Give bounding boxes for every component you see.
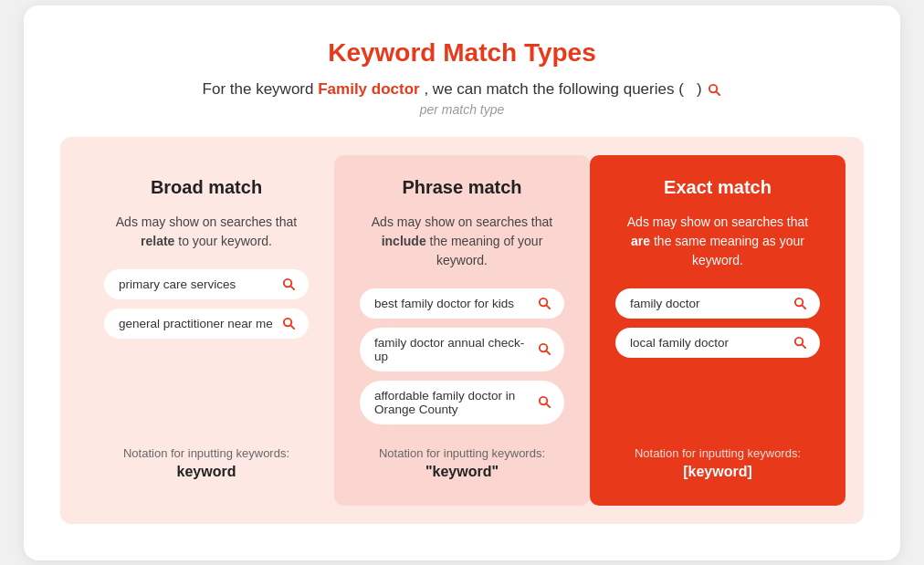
- svg-line-15: [802, 344, 805, 348]
- broad-pill-2-search-icon: [282, 317, 296, 330]
- broad-pill-1-text: primary care services: [119, 277, 277, 291]
- phrase-pill-2: family doctor annual check-up: [360, 328, 564, 371]
- broad-pill-2-text: general practitioner near me: [119, 317, 277, 330]
- phrase-notation-value: "keyword": [379, 464, 545, 480]
- exact-pill-2-text: local family doctor: [630, 336, 788, 350]
- exact-title: Exact match: [664, 177, 772, 198]
- col-exact: Exact match Ads may show on searches tha…: [590, 155, 845, 506]
- broad-pill-2: general practitioner near me: [104, 309, 309, 339]
- subtitle-prefix: For the keyword: [203, 80, 314, 98]
- main-card: Keyword Match Types For the keyword Fami…: [24, 5, 900, 560]
- exact-pills: family doctor local family doctor: [615, 288, 820, 358]
- phrase-pills: best family doctor for kids family docto…: [360, 288, 564, 424]
- exact-pill-2: local family doctor: [615, 328, 820, 358]
- broad-notation-value: keyword: [123, 464, 289, 480]
- subtitle-row: For the keyword Family doctor , we can m…: [60, 80, 864, 99]
- search-icon-header: [708, 83, 721, 97]
- exact-pill-1-text: family doctor: [630, 297, 788, 310]
- exact-pill-1: family doctor: [615, 288, 820, 319]
- phrase-pill-1: best family doctor for kids: [360, 288, 564, 319]
- phrase-pill-2-search-icon: [538, 342, 551, 356]
- broad-pills: primary care services general practition…: [104, 269, 309, 339]
- exact-notation: Notation for inputting keywords: [keywor…: [635, 446, 801, 480]
- phrase-title: Phrase match: [402, 177, 521, 198]
- broad-notation-label: Notation for inputting keywords:: [123, 446, 289, 460]
- phrase-pill-1-search-icon: [538, 297, 551, 310]
- broad-desc: Ads may show on searches that relate to …: [106, 213, 307, 251]
- svg-line-5: [290, 325, 294, 329]
- broad-notation: Notation for inputting keywords: keyword: [123, 446, 289, 480]
- broad-pill-1-search-icon: [282, 277, 296, 291]
- phrase-notation: Notation for inputting keywords: "keywor…: [379, 446, 545, 480]
- exact-pill-2-search-icon: [793, 336, 807, 350]
- svg-line-1: [717, 91, 720, 95]
- phrase-pill-2-text: family doctor annual check-up: [374, 336, 532, 363]
- phrase-pill-1-text: best family doctor for kids: [374, 297, 532, 310]
- exact-pill-1-search-icon: [793, 297, 807, 310]
- phrase-pill-3-text: affordable family doctor in Orange Count…: [374, 389, 532, 416]
- col-phrase: Phrase match Ads may show on searches th…: [334, 155, 590, 506]
- col-broad: Broad match Ads may show on searches tha…: [79, 155, 334, 506]
- paren-close: ): [688, 80, 702, 98]
- columns-wrapper: Broad match Ads may show on searches tha…: [60, 137, 864, 524]
- phrase-notation-label: Notation for inputting keywords:: [379, 446, 545, 460]
- phrase-pill-3-search-icon: [538, 395, 551, 409]
- phrase-pill-3: affordable family doctor in Orange Count…: [360, 381, 564, 424]
- svg-line-3: [290, 286, 294, 289]
- exact-notation-value: [keyword]: [635, 464, 801, 480]
- svg-line-7: [546, 305, 550, 309]
- phrase-desc: Ads may show on searches that include th…: [362, 213, 562, 270]
- exact-notation-label: Notation for inputting keywords:: [635, 446, 801, 460]
- subtitle-suffix: , we can match the following queries (: [424, 80, 683, 98]
- svg-line-9: [546, 351, 550, 354]
- exact-desc: Ads may show on searches that are the sa…: [617, 213, 818, 270]
- svg-line-13: [802, 305, 805, 309]
- svg-line-11: [546, 403, 550, 407]
- page-title: Keyword Match Types: [60, 38, 864, 68]
- per-match-label: per match type: [60, 102, 864, 117]
- keyword-highlight: Family doctor: [318, 80, 419, 98]
- broad-pill-1: primary care services: [104, 269, 309, 299]
- broad-title: Broad match: [151, 177, 262, 198]
